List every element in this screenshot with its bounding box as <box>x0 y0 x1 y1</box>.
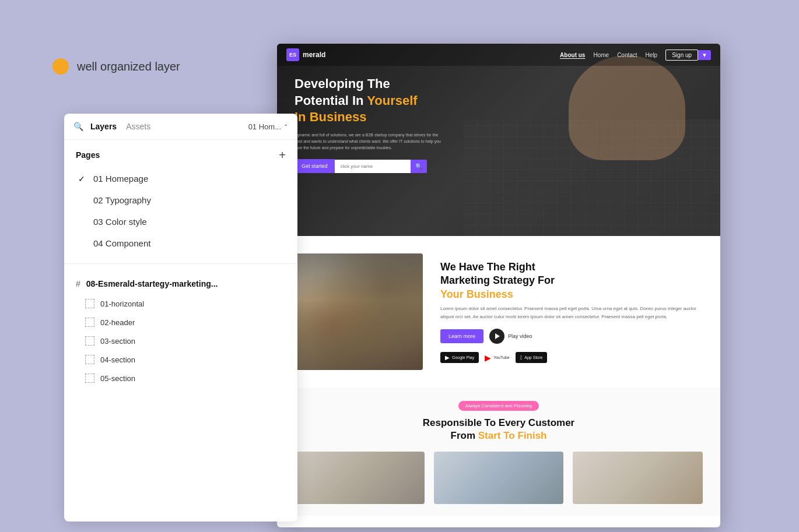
layer-item-label: 05-section <box>100 374 135 383</box>
pages-title: Pages <box>76 150 100 160</box>
strategy-title-highlight: Your Business <box>440 288 513 300</box>
section3-title-highlight: Start To Finish <box>478 430 547 441</box>
pages-section: Pages + ✓ 01 Homepage 02 Typography 03 C… <box>64 140 297 259</box>
section3-tag: Always Consistent and Planning <box>458 401 539 411</box>
nav-link-about[interactable]: About us <box>560 52 585 58</box>
site-nav-dropdown-button[interactable]: ▼ <box>698 50 711 60</box>
layer-frame-icon <box>85 355 94 364</box>
site-signup-button[interactable]: Sign up <box>665 50 698 61</box>
nav-link-help[interactable]: Help <box>646 52 658 58</box>
search-icon[interactable]: 🔍 <box>73 122 83 131</box>
tab-assets[interactable]: Assets <box>126 122 150 131</box>
hash-icon: # <box>76 279 80 288</box>
youtube-icon: ▶ <box>485 353 491 362</box>
strategy-content: We Have The Right Marketing Strategy For… <box>440 260 703 363</box>
hero-get-started-button[interactable]: Get started <box>295 159 335 173</box>
hero-title-line1: Developing The <box>295 76 390 91</box>
site-navbar: ES merald About us Home Contact Help Sig… <box>277 44 720 66</box>
layer-group-label: 08-Esmerald-startegy-marketing... <box>86 279 218 288</box>
play-label: Play video <box>508 333 532 339</box>
site-nav-links: About us Home Contact Help Sign up ▼ <box>560 50 711 61</box>
section3-title-line2: From <box>451 430 478 441</box>
google-play-icon: ▶ <box>445 354 450 361</box>
layer-item-label: 04-section <box>100 355 135 364</box>
hero-title-highlight: Yourself <box>367 93 417 108</box>
checkmark-icon: ✓ <box>78 174 87 184</box>
page-item-homepage[interactable]: ✓ 01 Homepage <box>76 168 286 189</box>
layer-item-03[interactable]: 03-section <box>64 332 297 350</box>
page-item-label: 02 Typography <box>93 195 151 205</box>
pages-header: Pages + <box>76 149 286 161</box>
logo-name: merald <box>303 51 325 59</box>
hero-search-input[interactable] <box>335 160 411 173</box>
card-image-3 <box>573 452 703 504</box>
strategy-title-line1: We Have The Right <box>440 261 535 273</box>
hero-content: Developing The Potential In Yourself In … <box>295 76 493 173</box>
strategy-title: We Have The Right Marketing Strategy For… <box>440 260 703 301</box>
youtube-label: YouTube <box>493 355 510 360</box>
tab-layers[interactable]: Layers <box>90 122 117 131</box>
bg-label-text: well organized layer <box>77 60 180 73</box>
play-button[interactable] <box>489 329 504 344</box>
page-item-typography[interactable]: 02 Typography <box>76 189 286 211</box>
strategy-img-content <box>295 253 423 370</box>
section3-cards <box>295 452 703 504</box>
strategy-learn-button[interactable]: Learn more <box>440 329 483 343</box>
google-play-badge[interactable]: ▶ Google Play <box>440 352 479 363</box>
page-item-label: 01 Homepage <box>93 174 148 184</box>
card-image-2 <box>434 452 564 504</box>
youtube-badge[interactable]: ▶ YouTube <box>485 353 510 362</box>
card-image-1 <box>295 452 425 504</box>
page-item-colorstyle[interactable]: 03 Color style <box>76 211 286 232</box>
layer-item-04[interactable]: 04-section <box>64 350 297 369</box>
checkmark-placeholder <box>78 217 87 227</box>
hero-section: ES merald About us Home Contact Help Sig… <box>277 44 720 236</box>
divider <box>64 263 297 264</box>
app-store-label: App Store <box>524 355 542 360</box>
layer-group[interactable]: # 08-Esmerald-startegy-marketing... <box>64 273 297 294</box>
google-play-label: Google Play <box>452 355 474 360</box>
strategy-actions: Learn more Play video <box>440 329 703 344</box>
layers-panel: 🔍 Layers Assets 01 Hom... ⌃ Pages + ✓ 01… <box>64 114 297 522</box>
layer-frame-icon <box>85 318 94 327</box>
page-item-component[interactable]: 04 Component <box>76 232 286 254</box>
layer-item-02[interactable]: 02-header <box>64 313 297 332</box>
layer-frame-icon <box>85 374 94 383</box>
section3-card-1 <box>295 452 425 504</box>
hero-search-icon[interactable]: 🔍 <box>411 160 427 173</box>
layer-item-05[interactable]: 05-section <box>64 369 297 387</box>
apple-icon:  <box>520 354 523 361</box>
nav-link-home[interactable]: Home <box>593 52 609 58</box>
strategy-section: We Have The Right Marketing Strategy For… <box>277 236 720 387</box>
strategy-description: Lorem ipsum dolor sit amet consectetur. … <box>440 305 703 320</box>
section3: Always Consistent and Planning Responsib… <box>277 387 720 516</box>
section3-card-2 <box>434 452 564 504</box>
layer-frame-icon <box>85 336 94 346</box>
logo-icon: ES <box>286 48 299 61</box>
hero-subtitle: Dynamic and full of solutions, we are a … <box>295 132 446 152</box>
bg-label: well organized layer <box>52 58 180 75</box>
hero-hand-img <box>569 55 685 160</box>
layer-item-label: 03-section <box>100 337 135 346</box>
strategy-title-line2: Marketing Strategy For <box>440 274 555 286</box>
app-store-badge[interactable]:  App Store <box>516 352 548 363</box>
play-icon <box>495 333 500 339</box>
panel-tabs: Layers Assets <box>90 122 241 131</box>
page-item-label: 04 Component <box>93 238 150 248</box>
section3-title: Responsible To Every Customer From Start… <box>295 417 703 442</box>
hero-title-line2: Potential In <box>295 93 367 108</box>
strategy-image <box>295 253 423 370</box>
checkmark-placeholder <box>78 196 87 205</box>
layers-section: # 08-Esmerald-startegy-marketing... 01-h… <box>64 269 297 392</box>
page-item-label: 03 Color style <box>93 217 147 227</box>
site-logo: ES merald <box>286 48 325 61</box>
layer-item-label: 02-header <box>100 318 135 327</box>
page-indicator[interactable]: 01 Hom... ⌃ <box>248 122 288 131</box>
nav-link-contact[interactable]: Contact <box>617 52 637 58</box>
hero-search-bar: Get started 🔍 <box>295 159 493 173</box>
layer-item-label: 01-horizontal <box>100 300 144 308</box>
add-page-button[interactable]: + <box>279 149 286 161</box>
panel-header: 🔍 Layers Assets 01 Hom... ⌃ <box>64 114 297 140</box>
layer-item-01[interactable]: 01-horizontal <box>64 294 297 313</box>
section3-card-3 <box>573 452 703 504</box>
